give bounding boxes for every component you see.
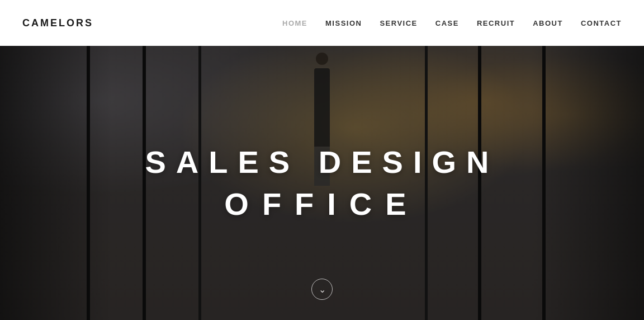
main-nav: HOMEMISSIONSERVICECASERECRUITABOUTCONTAC… <box>282 19 622 27</box>
nav-item-contact[interactable]: CONTACT <box>581 19 622 27</box>
hero-content: SALES DESIGN OFFICE <box>145 144 499 222</box>
figure-body <box>314 68 330 147</box>
nav-item-case[interactable]: CASE <box>435 19 459 27</box>
nav-item-about[interactable]: ABOUT <box>533 19 563 27</box>
scroll-down-button[interactable]: ⌄ <box>311 279 333 300</box>
header: CAMELORS HOMEMISSIONSERVICECASERECRUITAB… <box>0 0 644 46</box>
hero-title-line1: SALES DESIGN <box>145 144 499 180</box>
nav-item-home[interactable]: HOME <box>282 19 307 27</box>
hero-left-vignette <box>0 46 112 320</box>
chevron-down-icon: ⌄ <box>319 285 326 294</box>
nav-item-mission[interactable]: MISSION <box>325 19 362 27</box>
nav-item-service[interactable]: SERVICE <box>380 19 417 27</box>
site-logo[interactable]: CAMELORS <box>22 17 93 29</box>
hero-right-vignette <box>532 46 644 320</box>
door-frame-6 <box>542 46 546 320</box>
door-frame-1 <box>87 46 90 320</box>
hero-title-line2: OFFICE <box>145 186 499 222</box>
nav-item-recruit[interactable]: RECRUIT <box>477 19 515 27</box>
figure-head <box>316 53 328 65</box>
hero-section: SALES DESIGN OFFICE ⌄ <box>0 46 644 320</box>
